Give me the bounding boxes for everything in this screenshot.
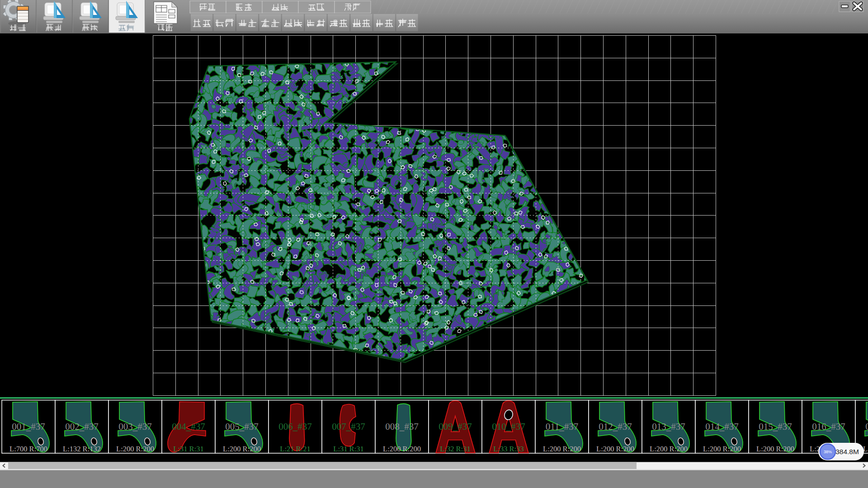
svg-text:L:200 R:200: L:200 R:200	[596, 445, 634, 453]
svg-text:016_#37: 016_#37	[812, 421, 845, 432]
svg-text:013_#37: 013_#37	[652, 421, 685, 432]
svg-text:001_#37: 001_#37	[12, 421, 45, 432]
svg-text:014_#37: 014_#37	[705, 421, 739, 432]
svg-text:L:31 R:31: L:31 R:31	[333, 445, 363, 453]
svg-text:L:200 R:200: L:200 R:200	[543, 445, 581, 453]
svg-text:011_#37: 011_#37	[546, 421, 579, 432]
svg-text:L:32 R:31: L:32 R:31	[440, 445, 470, 453]
svg-text:L:200 R:200: L:200 R:200	[756, 445, 794, 453]
svg-text:005_#37: 005_#37	[225, 421, 259, 432]
svg-text:003_#37: 003_#37	[118, 421, 152, 432]
svg-text:L:200 R:200: L:200 R:200	[650, 445, 688, 453]
svg-text:002_#37: 002_#37	[65, 421, 99, 432]
svg-text:L:200 R:200: L:200 R:200	[116, 445, 154, 453]
svg-text:008_#37: 008_#37	[385, 421, 419, 432]
svg-text:012_#37: 012_#37	[599, 421, 632, 432]
svg-text:009_#37: 009_#37	[439, 421, 472, 432]
svg-text:L:700 R:700: L:700 R:700	[9, 445, 47, 453]
svg-text:017_#37: 017_#37	[865, 421, 868, 432]
svg-text:L:200 R:200: L:200 R:200	[223, 445, 261, 453]
svg-text:L:200 R:200: L:200 R:200	[383, 445, 421, 453]
svg-text:38%: 38%	[824, 450, 832, 454]
svg-text:004_#37: 004_#37	[172, 421, 205, 432]
svg-text:384.8M: 384.8M	[835, 448, 859, 455]
svg-text:015_#37: 015_#37	[759, 421, 792, 432]
svg-text:010_#37: 010_#37	[492, 421, 525, 432]
svg-text:L:31 R:31: L:31 R:31	[173, 445, 203, 453]
svg-text:L:132 R:132: L:132 R:132	[63, 445, 101, 453]
svg-text:007_#37: 007_#37	[332, 421, 365, 432]
svg-text:L:21 R:21: L:21 R:21	[280, 445, 310, 453]
svg-text:L:200 R:200: L:200 R:200	[703, 445, 741, 453]
svg-text:L:33 R:33: L:33 R:33	[493, 445, 524, 453]
svg-text:006_#37: 006_#37	[278, 421, 312, 432]
